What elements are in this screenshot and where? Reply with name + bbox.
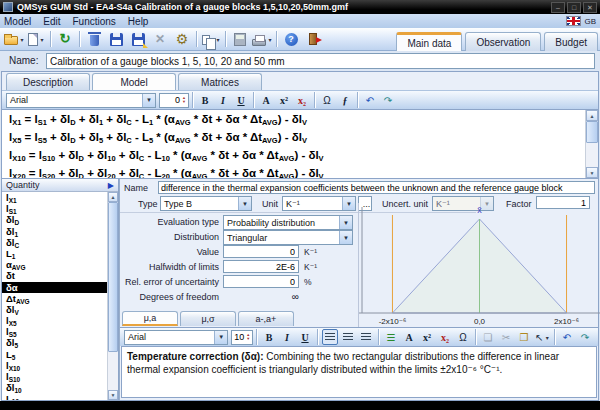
scroll-down-icon[interactable]: ▼ <box>586 167 598 178</box>
note-editor[interactable]: Temperature correction (δα): Combining t… <box>121 346 597 398</box>
chevron-down-icon[interactable]: ▼ <box>238 197 251 210</box>
unit-select[interactable]: K⁻¹ ▼ <box>282 196 356 211</box>
align-center-button[interactable] <box>340 329 356 345</box>
undo-button[interactable]: ↶ <box>362 92 378 108</box>
exit-icon[interactable] <box>303 29 323 49</box>
quantity-item[interactable]: δl1 <box>2 226 107 237</box>
maximize-button[interactable]: □ <box>567 2 581 13</box>
halfwidth-of-limits-input[interactable] <box>223 260 299 273</box>
scroll-up-icon[interactable]: ▲ <box>108 192 118 202</box>
dropdown-arrow-icon[interactable]: ▾ <box>20 36 23 43</box>
dropdown-arrow-icon[interactable]: ▾ <box>268 36 271 43</box>
scroll-thumb[interactable] <box>108 202 118 352</box>
subscript-button[interactable]: x₂ <box>294 92 310 108</box>
save-as-icon[interactable] <box>128 29 148 49</box>
quantity-item[interactable]: lX10 <box>2 360 107 371</box>
superscript-button[interactable]: x² <box>419 329 435 345</box>
quantity-item[interactable]: δlC <box>2 237 107 248</box>
note-size-stepper[interactable]: 10 ▲▼ <box>231 330 253 345</box>
redo-button[interactable]: ↷ <box>577 329 593 345</box>
quantity-item[interactable]: lS5 <box>2 326 107 337</box>
superscript-button[interactable]: x² <box>276 92 292 108</box>
quantity-item[interactable]: ΔtAVG <box>2 293 107 304</box>
expand-arrow-icon[interactable]: ▶ <box>108 181 114 190</box>
chevron-down-icon[interactable]: ▼ <box>339 231 352 244</box>
menu-functions[interactable]: Functions <box>72 16 115 27</box>
menu-help[interactable]: Help <box>128 16 149 27</box>
tab-model[interactable]: Model <box>92 73 176 90</box>
quantity-item[interactable]: lS10 <box>2 371 107 382</box>
tab--[interactable]: μ,σ <box>180 311 236 326</box>
quantity-item[interactable]: lS1 <box>2 203 107 214</box>
quantity-item[interactable]: δl5 <box>2 337 107 348</box>
minimize-button[interactable]: – <box>551 2 565 13</box>
quantity-item[interactable]: δl10 <box>2 382 107 393</box>
quantity-item[interactable]: αAVG <box>2 259 107 270</box>
quantity-header[interactable]: Quantity ▶ <box>2 179 118 192</box>
refresh-icon[interactable]: ↻ <box>55 29 75 49</box>
formula-scrollbar[interactable]: ▲ ▼ <box>585 110 598 178</box>
model-equation[interactable]: lX20 = lS20 + δlD + δl20 + δlC - L20 * (… <box>2 166 598 179</box>
tab-observation[interactable]: Observation <box>465 32 541 51</box>
note-font-select[interactable]: Arial ▼ <box>124 330 228 345</box>
underline-button[interactable]: U <box>233 92 249 108</box>
type-select[interactable]: Type B ▼ <box>160 196 252 211</box>
italic-button[interactable]: I <box>215 92 231 108</box>
report-icon[interactable] <box>230 29 250 49</box>
settings-icon[interactable]: ⚙ <box>172 29 192 49</box>
function-button[interactable]: ƒ <box>337 92 353 108</box>
delete-icon[interactable] <box>84 29 104 49</box>
distribution-select[interactable]: Triangular▼ <box>223 230 353 245</box>
scroll-down-icon[interactable]: ▼ <box>108 390 118 400</box>
rel-error-of-uncertainty-input[interactable] <box>223 275 299 288</box>
menu-model[interactable]: Model <box>4 16 31 27</box>
copy-button[interactable]: ❏ <box>480 329 496 345</box>
open-icon[interactable]: ▾ <box>4 29 24 49</box>
chevron-down-icon[interactable]: ▼ <box>339 216 352 229</box>
quantity-scrollbar[interactable]: ▲ ▼ <box>107 192 118 400</box>
bullet-list-button[interactable]: ☰ <box>383 329 399 345</box>
bold-button[interactable]: B <box>261 329 277 345</box>
value-input[interactable] <box>223 245 299 258</box>
close-button[interactable]: ✕ <box>583 2 597 13</box>
cut-button[interactable]: ✂ <box>498 329 514 345</box>
redo-button[interactable]: ↷ <box>380 92 396 108</box>
paste-button[interactable]: ❐ <box>516 329 532 345</box>
print-icon[interactable]: ▾ <box>252 29 272 49</box>
symbol-button[interactable]: Ω <box>319 92 335 108</box>
align-right-button[interactable] <box>358 329 374 345</box>
undo-button[interactable]: ↶ <box>559 329 575 345</box>
chevron-down-icon[interactable]: ▼ <box>142 94 155 107</box>
formula-font-select[interactable]: Arial ▼ <box>6 93 156 108</box>
scroll-up-icon[interactable]: ▲ <box>586 110 598 121</box>
help-icon[interactable]: ? <box>281 29 301 49</box>
evaluation-type-select[interactable]: Probability distribution▼ <box>223 215 353 230</box>
quantity-item[interactable]: δα <box>2 282 107 293</box>
tab-matrices[interactable]: Matrices <box>178 73 262 90</box>
subscript-button[interactable]: x₂ <box>437 329 453 345</box>
chevron-down-icon[interactable]: ▼ <box>214 331 227 344</box>
new-icon[interactable]: ▾ <box>26 29 46 49</box>
tab-description[interactable]: Description <box>6 73 90 90</box>
quantity-item[interactable]: L5 <box>2 349 107 360</box>
quantity-item[interactable]: δlD <box>2 214 107 225</box>
quantity-name-input[interactable] <box>158 181 595 194</box>
underline-button[interactable]: U <box>297 329 313 345</box>
italic-button[interactable]: I <box>279 329 295 345</box>
dropdown-arrow-icon[interactable]: ▾ <box>40 36 43 43</box>
model-equation[interactable]: lX1 = lS1 + δlD + δl1 + δlC - L1 * (αAVG… <box>2 112 598 130</box>
quantity-item[interactable]: L1 <box>2 248 107 259</box>
model-name-input[interactable] <box>46 53 595 69</box>
quantity-item[interactable]: L10 <box>2 393 107 400</box>
font-color-button[interactable]: A <box>258 92 274 108</box>
pointer-button[interactable]: ↖▾ <box>534 329 550 345</box>
model-equation[interactable]: lX10 = lS10 + δlD + δl10 + δlC - L10 * (… <box>2 148 598 166</box>
font-color-button[interactable]: A <box>401 329 417 345</box>
bold-button[interactable]: B <box>197 92 213 108</box>
chevron-down-icon[interactable]: ▼ <box>342 197 355 210</box>
save-icon[interactable] <box>106 29 126 49</box>
quantity-item[interactable]: δlV <box>2 304 107 315</box>
scroll-thumb[interactable] <box>586 121 598 143</box>
quantity-item[interactable]: δt <box>2 270 107 281</box>
menu-edit[interactable]: Edit <box>43 16 60 27</box>
